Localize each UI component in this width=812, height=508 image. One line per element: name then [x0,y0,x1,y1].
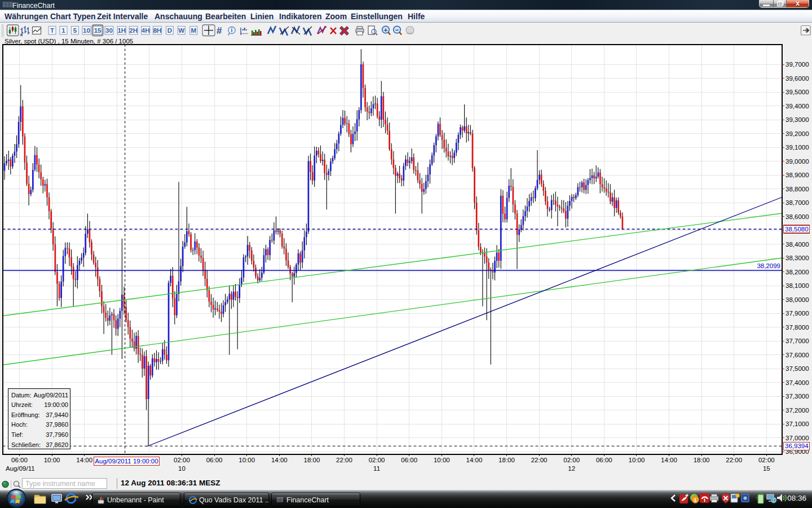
svg-text:Aug/09/11: Aug/09/11 [6,465,35,472]
svg-text:39,6000: 39,6000 [785,75,809,82]
svg-text:18:00: 18:00 [694,457,710,463]
svg-text:W: W [178,27,184,34]
svg-text:39,7000: 39,7000 [785,61,809,68]
svg-text:38,6000: 38,6000 [785,213,809,220]
svg-text:22:00: 22:00 [531,457,548,463]
svg-text:37,8000: 37,8000 [785,324,809,331]
svg-text:38,2099: 38,2099 [757,262,780,269]
svg-text:37,1000: 37,1000 [785,421,809,427]
svg-text:38,9000: 38,9000 [785,172,809,178]
svg-text:M: M [191,27,197,34]
svg-text:10: 10 [178,465,186,472]
svg-text:+: + [384,27,387,33]
svg-text:37,2000: 37,2000 [785,407,809,414]
svg-text:5: 5 [73,27,77,34]
svg-text:38,2000: 38,2000 [785,269,809,275]
svg-text:37,5000: 37,5000 [785,365,809,372]
svg-text:06:00: 06:00 [11,457,28,463]
svg-text:22:00: 22:00 [726,457,742,463]
svg-text:Aug/09/2011 19:00:00: Aug/09/2011 19:00:00 [95,458,158,465]
svg-text:10:00: 10:00 [239,457,255,463]
svg-text:15: 15 [94,27,102,34]
svg-text:39,4000: 39,4000 [785,103,809,110]
svg-text:10: 10 [83,27,90,34]
svg-text:02:00: 02:00 [174,457,190,463]
svg-text:37,9000: 37,9000 [785,310,809,317]
svg-text:18:00: 18:00 [498,457,515,463]
svg-text:10:00: 10:00 [629,457,645,463]
svg-text:06:00: 06:00 [206,457,223,463]
svg-text:38,3000: 38,3000 [785,255,809,261]
svg-text:02:00: 02:00 [369,457,385,463]
svg-text:37,4000: 37,4000 [785,379,809,386]
svg-text:8H: 8H [153,27,162,34]
svg-text:38,1000: 38,1000 [785,282,809,289]
svg-text:19:00:00: 19:00:00 [44,401,68,408]
svg-text:37,6000: 37,6000 [785,352,809,358]
svg-text:18:00: 18:00 [304,457,320,463]
svg-text:38,8000: 38,8000 [785,186,809,192]
svg-text:38,4000: 38,4000 [785,241,809,248]
svg-text:39,5000: 39,5000 [785,89,809,95]
svg-text:14:00: 14:00 [661,457,677,463]
svg-text:37,0000: 37,0000 [785,435,809,441]
svg-text:37,9440: 37,9440 [46,411,68,418]
svg-text:02:00: 02:00 [758,457,775,463]
svg-text:1: 1 [694,497,697,503]
svg-text:14:00: 14:00 [76,457,92,463]
svg-text:37,7000: 37,7000 [785,338,809,344]
svg-text:22:00: 22:00 [336,457,352,463]
svg-text:12: 12 [568,465,575,472]
svg-text:14:00: 14:00 [466,457,483,463]
svg-text:15: 15 [763,465,770,472]
svg-text:Aug/09/2011: Aug/09/2011 [33,392,68,398]
svg-text:06:00: 06:00 [596,457,612,463]
svg-text:T: T [50,27,54,34]
svg-text:39,1000: 39,1000 [785,144,809,151]
svg-text:39,0000: 39,0000 [785,158,809,165]
svg-text:D: D [167,27,172,34]
svg-text:4H: 4H [142,27,150,34]
svg-text:38,0000: 38,0000 [785,296,809,303]
svg-text:11: 11 [373,465,380,472]
svg-text:38,7000: 38,7000 [785,199,809,206]
svg-text:2H: 2H [129,27,138,34]
svg-text:1: 1 [61,27,65,34]
svg-text:39,2000: 39,2000 [785,130,809,137]
svg-text:06:00: 06:00 [401,457,417,463]
svg-text:i: i [231,27,233,33]
svg-text:−: − [395,27,399,33]
svg-text:Schließen:: Schließen: [11,441,41,448]
svg-text:1H: 1H [117,27,126,34]
svg-text:Tief:: Tief: [11,431,23,438]
svg-text:36,9394: 36,9394 [785,443,809,449]
svg-text:#: # [217,25,222,36]
svg-text:37,3000: 37,3000 [785,393,809,400]
svg-text:Uhrzeit:: Uhrzeit: [11,401,33,408]
svg-text:14:00: 14:00 [271,457,288,463]
svg-text:10:00: 10:00 [44,457,60,463]
svg-text:Silver, spot (USD) , 15 Minute: Silver, spot (USD) , 15 Minuten, # 306 /… [5,38,133,45]
svg-text:39,3000: 39,3000 [785,116,809,123]
svg-text:Datum:: Datum: [11,392,31,398]
svg-text:Eröffnung:: Eröffnung: [11,411,40,418]
svg-text:37,9860: 37,9860 [46,421,68,428]
svg-text:38,5080: 38,5080 [785,226,809,233]
svg-text:37,8620: 37,8620 [46,441,68,448]
svg-text:37,7960: 37,7960 [46,431,68,438]
svg-text:Hoch:: Hoch: [11,421,28,428]
svg-text:30: 30 [105,27,113,34]
svg-text:02:00: 02:00 [563,457,580,463]
svg-text:10:00: 10:00 [434,457,450,463]
